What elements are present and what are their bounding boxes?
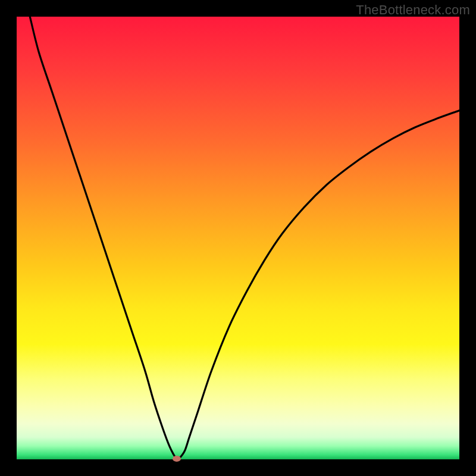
watermark-text: TheBottleneck.com: [356, 2, 470, 18]
chart-frame: TheBottleneck.com: [0, 0, 476, 476]
bottleneck-curve: [17, 17, 459, 459]
plot-area: [17, 17, 459, 459]
minimum-marker: [173, 456, 181, 462]
